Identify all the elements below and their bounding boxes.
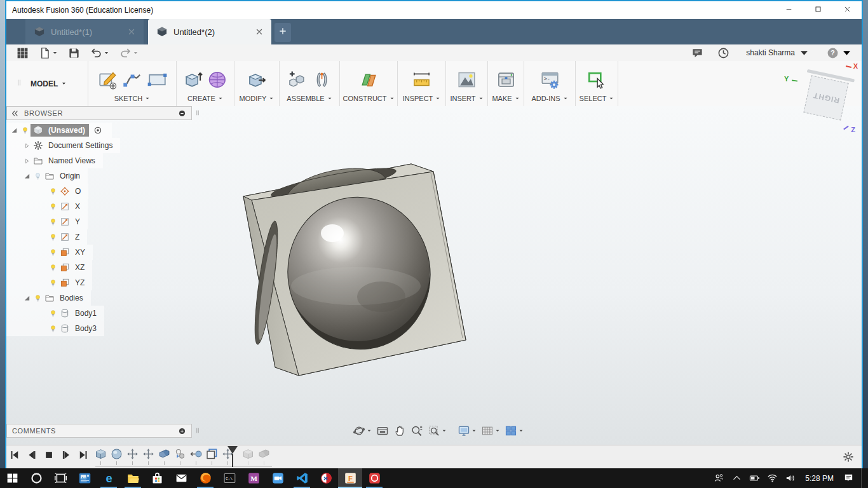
timeline-skip-end-button[interactable] (78, 449, 89, 461)
comment-button[interactable] (691, 47, 703, 59)
workspace-selector[interactable]: MODEL (31, 79, 67, 88)
display-tool[interactable] (458, 424, 477, 437)
redo-button[interactable] (119, 47, 139, 59)
browser-item-z[interactable]: Z (6, 229, 87, 245)
taskbar-vscode-button[interactable] (290, 468, 314, 488)
timeline-feature-sphere[interactable] (109, 447, 125, 465)
user-account-menu[interactable]: shakti Sharma (746, 47, 810, 59)
taskbar-red-circle-app-button[interactable] (362, 468, 386, 488)
expand-arrow-closed-icon[interactable] (22, 142, 32, 149)
expand-arrow-open-icon[interactable] (9, 127, 19, 134)
zoom-tool[interactable] (410, 424, 423, 437)
viewports-tool[interactable] (505, 424, 524, 437)
timeline-play-button[interactable] (60, 449, 72, 461)
spline-icon[interactable] (123, 70, 142, 90)
document-tab-2[interactable]: Untitled*(2) (148, 19, 271, 44)
visibility-bulb-off-icon[interactable] (32, 172, 43, 181)
browser-item-origin[interactable]: Origin (6, 168, 88, 184)
ribbon-group-make[interactable]: MAKE (487, 61, 524, 106)
save-button[interactable] (68, 47, 80, 59)
taskbar-firefox-button[interactable] (193, 468, 217, 488)
expand-arrow-closed-icon[interactable] (22, 158, 32, 165)
taskbar-file-explorer-button[interactable] (121, 468, 145, 488)
ribbon-group-construct[interactable]: CONSTRUCT (339, 61, 397, 106)
timeline-feature-combine-rolled-back[interactable] (256, 447, 272, 465)
visibility-bulb-on-icon[interactable] (47, 324, 58, 334)
print-3d-icon[interactable] (496, 70, 516, 90)
timeline-settings-gear-icon[interactable] (843, 451, 854, 465)
ribbon-group-modify[interactable]: MODIFY (234, 61, 279, 106)
timeline-feature-box[interactable] (93, 447, 109, 465)
grid-display-tool[interactable] (481, 424, 500, 437)
rectangle-icon[interactable] (147, 70, 167, 90)
ribbon-group-assemble[interactable]: ASSEMBLE (279, 61, 339, 106)
ribbon-group-inspect[interactable]: INSPECT (397, 61, 445, 106)
ribbon-group-sketch[interactable]: SKETCH (88, 61, 176, 106)
new-tab-button[interactable] (275, 23, 291, 42)
visibility-bulb-on-icon[interactable] (47, 217, 58, 227)
maximize-button[interactable] (803, 1, 832, 19)
clock[interactable]: 5:28 PM (805, 474, 834, 483)
document-tab-1[interactable]: Untitled*(1) (25, 19, 144, 44)
timeline-feature-combine[interactable] (156, 447, 172, 465)
ribbon-group-label[interactable]: SELECT (580, 95, 614, 106)
radio-button[interactable] (92, 126, 104, 135)
action-center-icon[interactable] (843, 473, 854, 484)
taskbar-command-prompt-button[interactable]: C:\ (217, 468, 241, 488)
ribbon-grip-icon[interactable] (15, 76, 23, 92)
job-status-button[interactable] (717, 47, 729, 59)
ribbon-group-label[interactable]: CREATE (187, 95, 223, 106)
show-desktop-button[interactable] (861, 468, 864, 488)
tab-close-icon[interactable] (127, 27, 136, 36)
visibility-bulb-on-icon[interactable] (47, 278, 58, 288)
browser-item-yz[interactable]: YZ (6, 275, 92, 290)
app-grid-button[interactable] (17, 47, 29, 59)
taskbar-red-white-app-button[interactable] (314, 468, 338, 488)
chevron-up-icon[interactable] (731, 473, 742, 484)
timeline-feature-copy[interactable] (172, 447, 188, 465)
create-sketch-icon[interactable] (98, 70, 118, 90)
ribbon-group-label[interactable]: MODIFY (240, 95, 275, 106)
taskbar-task-view-button[interactable] (48, 468, 72, 488)
browser-item-bodies[interactable]: Bodies (6, 290, 91, 306)
3d-model-cube-with-sphere[interactable] (229, 156, 483, 391)
close-button[interactable] (832, 1, 862, 19)
timeline-feature-move[interactable] (125, 447, 140, 465)
taskbar-start-button[interactable] (0, 468, 24, 488)
ribbon-group-label[interactable]: CONSTRUCT (342, 95, 394, 106)
visibility-bulb-on-icon[interactable] (47, 309, 58, 318)
wifi-icon[interactable] (767, 473, 778, 484)
extrude-icon[interactable] (183, 70, 203, 90)
timeline-stop-button[interactable] (43, 449, 55, 461)
visibility-bulb-on-icon[interactable] (47, 233, 58, 242)
volume-icon[interactable] (785, 473, 796, 484)
file-button[interactable] (39, 47, 58, 59)
scripts-icon[interactable]: >- (540, 70, 560, 90)
visibility-bulb-on-icon[interactable] (47, 202, 58, 212)
ribbon-group-label[interactable]: MAKE (492, 95, 519, 106)
taskbar-photos-button[interactable] (72, 468, 97, 488)
expand-arrow-open-icon[interactable] (22, 173, 32, 180)
new-component-icon[interactable] (287, 70, 307, 90)
press-pull-icon[interactable] (247, 70, 267, 90)
browser-item-body1[interactable]: Body1 (6, 306, 104, 321)
measure-icon[interactable] (412, 70, 431, 90)
visibility-bulb-on-icon[interactable] (47, 187, 58, 196)
tab-close-icon[interactable] (255, 27, 264, 36)
ribbon-group-create[interactable]: CREATE (176, 61, 234, 106)
timeline-feature-box-rolled-back[interactable] (240, 447, 256, 465)
ribbon-group-label[interactable]: SKETCH (114, 95, 151, 106)
taskbar-fusion-360-button[interactable]: F (338, 468, 362, 488)
timeline-feature-frame[interactable] (204, 447, 220, 465)
timeline-step-back-button[interactable] (26, 449, 37, 461)
view-cube[interactable]: RIGHT X Y Z (793, 66, 857, 130)
timeline-skip-start-button[interactable] (9, 449, 20, 461)
insert-image-icon[interactable] (457, 70, 477, 90)
collapse-panel-icon[interactable] (11, 109, 19, 118)
visibility-bulb-on-icon[interactable] (47, 263, 58, 273)
battery-icon[interactable] (749, 473, 760, 484)
taskbar-mail-button[interactable] (169, 468, 193, 488)
taskbar-store-button[interactable] (145, 468, 169, 488)
browser-item-x[interactable]: X (6, 199, 88, 214)
timeline-feature-move[interactable] (140, 447, 156, 465)
